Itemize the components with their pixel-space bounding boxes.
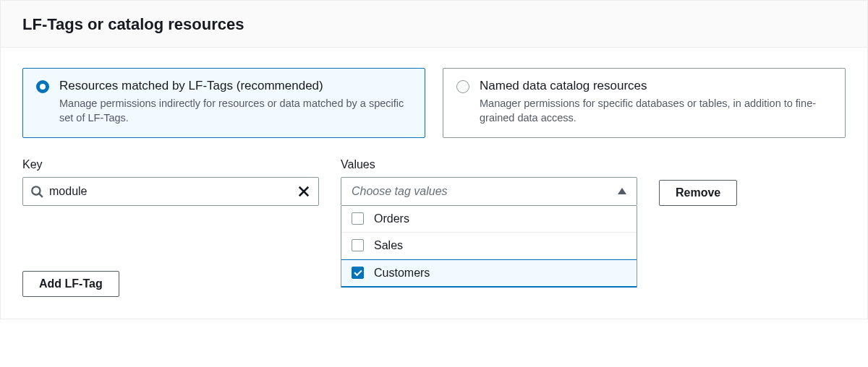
option-customers[interactable]: Customers — [341, 259, 637, 288]
values-select[interactable]: Choose tag values — [341, 177, 637, 206]
option-label: Orders — [374, 212, 409, 225]
radio-named-title: Named data catalog resources — [480, 79, 832, 93]
resource-type-radio-group: Resources matched by LF-Tags (recommende… — [22, 68, 846, 138]
panel-body: Resources matched by LF-Tags (recommende… — [1, 48, 867, 319]
radio-lf-tags-title: Resources matched by LF-Tags (recommende… — [59, 79, 412, 93]
radio-indicator-icon — [36, 80, 49, 93]
add-lf-tag-button[interactable]: Add LF-Tag — [22, 271, 119, 297]
chevron-up-icon — [618, 188, 626, 194]
search-icon — [30, 185, 43, 198]
option-orders[interactable]: Orders — [341, 206, 637, 233]
values-dropdown: Orders Sales Customers — [341, 206, 637, 288]
radio-lf-tags-desc: Manage permissions indirectly for resour… — [59, 96, 412, 126]
panel-title: LF-Tags or catalog resources — [22, 15, 846, 34]
remove-column: Remove — [659, 158, 737, 206]
lf-tags-panel: LF-Tags or catalog resources Resources m… — [0, 0, 868, 319]
remove-button[interactable]: Remove — [659, 180, 737, 206]
radio-text: Resources matched by LF-Tags (recommende… — [59, 79, 412, 126]
key-label: Key — [22, 158, 319, 171]
radio-text: Named data catalog resources Manager per… — [480, 79, 832, 126]
option-label: Customers — [374, 267, 430, 280]
values-label: Values — [341, 158, 637, 171]
checkbox-checked-icon[interactable] — [352, 267, 364, 279]
values-column: Values Choose tag values Orders Sales — [341, 158, 637, 288]
radio-lf-tags[interactable]: Resources matched by LF-Tags (recommende… — [22, 68, 425, 138]
key-input[interactable] — [49, 178, 297, 205]
checkbox-icon[interactable] — [352, 212, 364, 225]
close-icon[interactable] — [297, 184, 311, 199]
key-input-wrapper[interactable] — [22, 177, 319, 206]
panel-header: LF-Tags or catalog resources — [1, 1, 867, 48]
radio-named-resources[interactable]: Named data catalog resources Manager per… — [443, 68, 846, 138]
option-label: Sales — [374, 239, 403, 252]
tag-fields-row: Key Add LF-Tag Values — [22, 158, 846, 297]
svg-line-1 — [39, 194, 43, 197]
add-tag-row: Add LF-Tag — [22, 271, 319, 297]
svg-point-0 — [32, 186, 40, 194]
key-column: Key Add LF-Tag — [22, 158, 319, 297]
option-sales[interactable]: Sales — [341, 233, 637, 259]
checkbox-icon[interactable] — [352, 239, 364, 251]
values-placeholder: Choose tag values — [352, 185, 448, 198]
radio-indicator-icon — [456, 80, 469, 93]
radio-named-desc: Manager permissions for specific databas… — [480, 96, 832, 126]
